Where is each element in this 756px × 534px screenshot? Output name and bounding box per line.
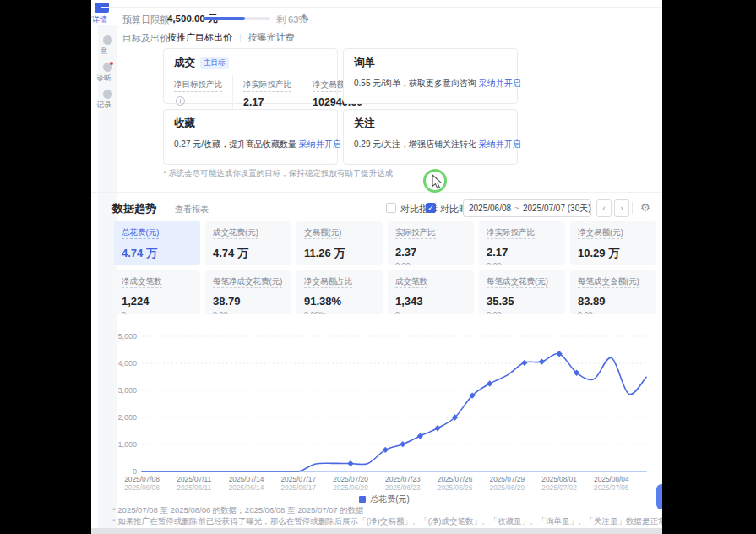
footnote-line: * 2025/07/08 至 2025/08/06 的数据；2025/06/08… [112,504,662,515]
metric-tile[interactable]: 每笔净成交花费(元)38.790.00 [205,270,291,314]
goal-card-title: 关注 [354,117,375,131]
metric-tile-value: 1,343 [395,295,466,308]
metric-tile-value: 91.38% [304,295,375,308]
metric-tile-label: 每笔成交花费(元) [487,276,548,288]
svg-text:2,000: 2,000 [118,413,137,422]
svg-text:2025/07/26: 2025/07/26 [438,475,473,483]
legend-label: 总花费(元) [370,494,410,504]
metric-tile-compare-value: 0.00 [122,264,193,265]
compare-metric-checkbox[interactable] [386,203,396,213]
metric-tile-value: 10.29 万 [578,246,649,261]
primary-goal-badge: 主目标 [200,57,229,69]
trend-title: 数据趋势 [112,201,156,216]
metric-tile-compare-value: 0.00 [213,310,284,314]
metric-tile-value: 2.17 [487,246,557,259]
goal-card[interactable]: 询单0.55 元/询单，获取更多意向咨询 采纳并开启 [343,48,518,104]
sidebar-item-label: 诊断 [91,74,117,84]
metric-tile-label: 成交花费(元) [213,227,258,239]
metric-tile-compare-value: 0.00 [578,264,649,265]
metric-tile[interactable]: 每笔成交金额(元)83.890.00 [570,270,656,314]
footnote-line: * 如果推广在暂停或删除前已经获得了曝光，那么在暂停或删除后展示「(净)交易额」… [112,515,662,526]
mouse-cursor-icon [432,174,443,189]
header-divider [101,7,662,8]
metric-tile-value: 38.79 [213,295,284,308]
info-icon[interactable]: i [176,96,185,106]
svg-text:2025/06/20: 2025/06/20 [333,483,368,492]
metric-tile-value: 11.26 万 [304,246,375,261]
section-divider [91,192,662,193]
metric-tile-compare-value: 0 [122,310,193,314]
svg-text:2025/07/08: 2025/07/08 [124,475,160,483]
metric-tile-label: 净实际投产比 [487,227,535,239]
metric-tile-label: 净交易额占比 [304,276,352,288]
metric-tile[interactable]: 净交易额(元)10.29 万0.00 [570,221,656,265]
goal-card-header: 成交主目标 [174,56,327,70]
metric-tile[interactable]: 每笔成交花费(元)35.350.00 [479,270,565,314]
horizontal-scrollbar[interactable] [91,528,662,534]
date-range-start: 2025/06/08 [469,204,511,213]
metric-tile-value: 1,224 [122,295,193,308]
goal-note: * 系统会尽可能达成你设置的目标，保持稳定投放有助于提升达成 [163,168,393,179]
gear-icon[interactable]: ⚙ [640,201,650,214]
footnotes: * 2025/07/08 至 2025/08/06 的数据；2025/06/08… [112,504,662,526]
sidebar-item[interactable]: 记录 [98,90,117,111]
floating-action-button[interactable] [656,484,662,509]
prev-period-button[interactable]: ‹ [596,199,612,217]
view-report-link[interactable]: 查看报表 [175,204,209,215]
svg-text:2025/07/02: 2025/07/02 [541,483,577,492]
goal-card[interactable]: 收藏0.27 元/收藏，提升商品收藏数量 采纳并开启 [163,109,338,165]
svg-text:3,000: 3,000 [118,386,137,395]
svg-text:2025/07/29: 2025/07/29 [490,475,525,483]
controls-divider [632,202,633,214]
adopt-enable-link[interactable]: 采纳并开启 [299,139,341,149]
screen: 广详情 意诊断记录 预算日限额： 4,500.00 元 剩 63% ✎ 目标及出… [0,0,756,534]
next-period-button[interactable]: › [614,199,629,217]
budget-progress-fill [203,17,245,20]
metric-tile[interactable]: 成交花费(元)4.74 万0.00 [205,221,291,265]
trend-chart[interactable]: 01,0002,0003,0004,0005,0002025/07/082025… [118,326,650,495]
chart-legend[interactable]: 总花费(元) [118,493,650,505]
metric-tile[interactable]: 交易额(元)11.26 万0.00 [296,221,383,265]
sidebar-item-label: 意 [91,46,117,57]
goal-card[interactable]: 关注0.29 元/关注，增强店铺关注转化 采纳并开启 [343,109,518,165]
svg-text:2025/08/04: 2025/08/04 [594,475,629,483]
metric-tile-value: 83.89 [578,295,649,308]
budget-edit-icon[interactable]: ✎ [302,13,309,24]
metric-tile[interactable]: 成交笔数1,3430 [388,270,474,314]
metric-tile[interactable]: 净成交笔数1,2240 [114,270,200,314]
metric-tile[interactable]: 实际投产比2.370.00 [388,221,474,265]
date-range-picker[interactable]: 2025/06/08 ~ 2025/07/07 (30天) [463,199,591,217]
metric-tile-label: 交易额(元) [304,227,341,239]
goal-tab[interactable]: 按推广目标出价 [167,31,232,44]
metric-tile-value: 35.35 [487,295,557,308]
date-range-separator: ~ [514,204,519,213]
goal-cards: 成交主目标净目标投产比i2.45✎净实际投产比2.17净交易额(元)102946… [163,48,518,165]
goal-card[interactable]: 成交主目标净目标投产比i2.45✎净实际投产比2.17净交易额(元)102946… [163,48,338,104]
svg-text:2025/06/11: 2025/06/11 [177,483,211,492]
goal-card-title: 询单 [354,56,375,70]
metric-tile[interactable]: 总花费(元)4.74 万0.00 [114,221,200,265]
metric-tile[interactable]: 净交易额占比91.38%0.00% [296,270,383,314]
sidebar-item-active-label[interactable]: 广详情 [91,14,107,25]
sidebar-item[interactable]: 诊断 [98,63,117,84]
ad-campaign-panel: 广详情 意诊断记录 预算日限额： 4,500.00 元 剩 63% ✎ 目标及出… [91,0,662,534]
metric-tile-value: 2.37 [395,246,466,259]
svg-text:2025/07/11: 2025/07/11 [177,475,211,483]
svg-text:2025/08/01: 2025/08/01 [541,475,577,483]
metric-tile[interactable]: 净实际投产比2.170.00 [479,221,565,265]
sidebar-item[interactable]: 意 [98,35,117,57]
goal-tab[interactable]: 按曝光计费 [248,31,295,44]
sidebar-item-active-icon[interactable] [95,3,109,13]
adopt-enable-link[interactable]: 采纳并开启 [479,139,521,149]
svg-text:1,000: 1,000 [118,440,137,449]
svg-text:2025/06/29: 2025/06/29 [490,483,525,492]
notification-dot [110,62,113,65]
diagnose-icon [103,63,112,72]
metric-tile-label: 每笔净成交花费(元) [213,276,282,288]
compare-time-checkbox[interactable]: ✓ [426,203,436,213]
svg-text:2025/07/23: 2025/07/23 [385,475,421,483]
goal-card-desc: 0.27 元/收藏，提升商品收藏数量 采纳并开启 [174,139,327,150]
metric-tile-label: 净交易额(元) [578,227,623,239]
goal-card-header: 关注 [354,117,507,131]
adopt-enable-link[interactable]: 采纳并开启 [479,79,521,88]
